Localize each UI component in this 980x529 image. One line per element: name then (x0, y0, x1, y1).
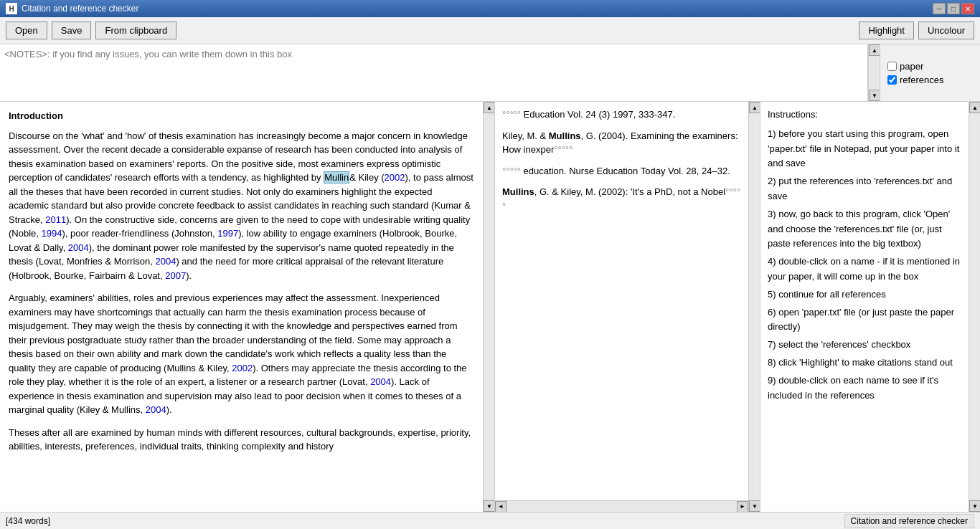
instr-step-1: 1) before you start using this program, … (768, 127, 961, 171)
window-controls: ─ □ ✕ (933, 3, 974, 14)
references-content[interactable]: °°°°° Education Vol. 24 (3) 1997, 333-34… (495, 102, 748, 500)
paper-checkbox[interactable] (887, 62, 897, 71)
app-status-name: Citation and reference checker (844, 514, 974, 528)
ref-scroll-down[interactable]: ▼ (749, 500, 760, 512)
ref-entry-2: Kiley, M. & Mullins, G. (2004). Examinin… (502, 129, 741, 157)
checkboxes-area: paper references (880, 44, 980, 101)
scroll-down-arrow[interactable]: ▼ (869, 90, 880, 101)
ref-hscroll-right[interactable]: ► (737, 501, 748, 513)
references-panel: °°°°° Education Vol. 24 (3) 1997, 333-34… (495, 102, 760, 512)
notes-area (0, 44, 868, 101)
main-area: ▲ ▼ paper references Introduction Discou… (0, 44, 980, 512)
from-clipboard-button[interactable]: From clipboard (95, 22, 176, 39)
references-checkbox[interactable] (887, 75, 897, 85)
mullin-highlight[interactable]: Mullin (324, 171, 349, 184)
references-checkbox-row: references (887, 75, 973, 85)
year-2004-link-1[interactable]: 2004 (68, 242, 89, 253)
ref-entry-4: Mullins, G. & Kiley, M. (2002): 'It's a … (502, 185, 741, 213)
year-2002-link-1[interactable]: 2002 (385, 172, 405, 183)
notes-scrollbar: ▲ ▼ (868, 44, 880, 101)
uncolour-button[interactable]: Uncolour (918, 22, 974, 39)
instructions-title: Instructions: (768, 108, 961, 123)
year-2004-link-4[interactable]: 2004 (146, 404, 166, 415)
toolbar: Open Save From clipboard Highlight Uncol… (0, 17, 980, 44)
top-section: ▲ ▼ paper references (0, 44, 980, 102)
notes-textarea[interactable] (0, 44, 867, 101)
scroll-up-arrow[interactable]: ▲ (869, 44, 880, 56)
ref-entry-3: °°°°° education. Nurse Education Today V… (502, 164, 741, 178)
ref-hscroll-left[interactable]: ◄ (495, 501, 507, 513)
references-label: references (900, 75, 943, 85)
highlight-button[interactable]: Highlight (859, 22, 914, 39)
intro-heading: Introduction (9, 109, 474, 123)
instr-scroll-track (969, 113, 980, 500)
paper-checkbox-row: paper (887, 61, 973, 72)
instr-step-9: 9) double-click on each name to see if i… (768, 373, 961, 404)
ref-hscroll: ◄ ► (495, 500, 748, 512)
instr-step-4: 4) double-click on a name - if it is men… (768, 254, 961, 285)
ref-mullins-bold: Mullins (502, 186, 534, 197)
maximize-button[interactable]: □ (947, 3, 960, 14)
year-1997-link[interactable]: 1997 (217, 228, 238, 239)
text-panel-scrollbar: ▲ ▼ (483, 102, 494, 512)
status-bar: [434 words] Citation and reference check… (0, 512, 980, 529)
ref-bullet-1: °°°°° (502, 109, 521, 120)
app-icon: H (6, 3, 17, 14)
instructions-panel: Instructions: 1) before you start using … (760, 102, 980, 512)
ref-scroll-up[interactable]: ▲ (749, 102, 760, 113)
title-bar: H Citation and reference checker ─ □ ✕ (0, 0, 980, 17)
instr-panel-scrollbar: ▲ ▼ (969, 102, 980, 512)
instr-step-3: 3) now, go back to this program, click '… (768, 207, 961, 252)
year-2007-link[interactable]: 2007 (165, 270, 186, 281)
paragraph-3: Theses after all are examined by human m… (9, 426, 474, 454)
instr-step-2: 2) put the references into 'references.t… (768, 174, 961, 204)
paper-label: paper (900, 61, 923, 72)
year-2002-link-2[interactable]: 2002 (232, 363, 253, 373)
instr-step-8: 8) click 'Highlight' to make citations s… (768, 356, 961, 371)
year-2004-link-2[interactable]: 2004 (155, 256, 176, 267)
save-button[interactable]: Save (52, 22, 92, 39)
text-scroll-up[interactable]: ▲ (484, 102, 495, 113)
paragraph-1: Discourse on the 'what' and 'how' of the… (9, 129, 474, 283)
ref-hscroll-track (507, 501, 737, 512)
text-content[interactable]: Introduction Discourse on the 'what' and… (0, 102, 483, 512)
open-button[interactable]: Open (6, 22, 47, 39)
word-count: [434 words] (6, 516, 50, 526)
instr-scroll-up[interactable]: ▲ (969, 102, 980, 113)
year-2004-link-3[interactable]: 2004 (370, 376, 391, 387)
text-scroll-down[interactable]: ▼ (484, 500, 495, 512)
text-scroll-track (484, 113, 494, 500)
paragraph-2: Arguably, examiners' abilities, roles an… (9, 291, 474, 417)
minimize-button[interactable]: ─ (933, 3, 946, 14)
instr-step-6: 6) open 'paper.txt' file (or just paste … (768, 305, 961, 335)
instr-scroll-down[interactable]: ▼ (969, 500, 980, 512)
close-button[interactable]: ✕ (961, 3, 974, 14)
title-bar-text: Citation and reference checker (22, 4, 138, 14)
text-panel: Introduction Discourse on the 'what' and… (0, 102, 495, 512)
instructions-content: Instructions: 1) before you start using … (760, 102, 969, 512)
ref-scroll-track (749, 113, 760, 500)
instr-step-7: 7) select the 'references' checkbox (768, 338, 961, 353)
ref-panel-scrollbar: ▲ ▼ (748, 102, 760, 512)
instr-step-5: 5) continue for all references (768, 287, 961, 302)
year-2011-link[interactable]: 2011 (45, 214, 66, 225)
year-1994-link[interactable]: 1994 (42, 228, 62, 239)
bottom-section: Introduction Discourse on the 'what' and… (0, 102, 980, 512)
scroll-track (869, 56, 880, 90)
ref-entry-1: °°°°° Education Vol. 24 (3) 1997, 333-34… (502, 108, 741, 122)
